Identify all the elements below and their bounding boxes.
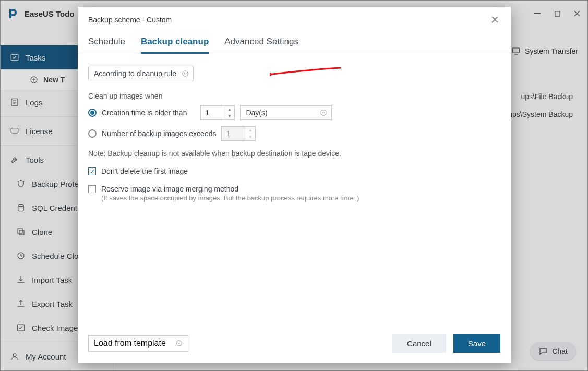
modal-close-button[interactable] — [489, 14, 500, 25]
sidebar-tool-label: Clone — [32, 228, 52, 236]
checkbox-dont-delete-first[interactable] — [88, 167, 96, 175]
svg-rect-8 — [19, 230, 24, 235]
chevron-down-icon — [182, 70, 189, 77]
svg-rect-12 — [512, 48, 520, 53]
chat-icon — [538, 346, 548, 356]
checkbox-dont-delete-first-label: Don't delete the first image — [101, 167, 188, 175]
app-logo-icon — [7, 7, 19, 20]
load-template-dropdown[interactable]: Load from template — [88, 335, 188, 352]
spinner-up[interactable]: ▲ — [224, 106, 234, 113]
number-exceeds-input — [222, 127, 245, 140]
tab-backup-cleanup[interactable]: Backup cleanup — [141, 37, 209, 54]
creation-time-input[interactable] — [201, 106, 224, 119]
sidebar-tool-label: Export Task — [32, 300, 73, 308]
annotation-arrow — [270, 66, 343, 83]
backup-path-2: ups\System Backup — [508, 110, 573, 118]
schedule-icon — [16, 251, 26, 260]
spinner-down[interactable]: ▼ — [224, 113, 234, 119]
window-minimize-button[interactable] — [533, 9, 542, 18]
transfer-icon — [511, 46, 521, 56]
cleanup-label: Clean up images when — [88, 92, 500, 100]
svg-point-15 — [176, 341, 182, 346]
radio-creation-time[interactable] — [88, 109, 97, 117]
svg-point-11 — [13, 354, 16, 357]
backup-path-1: ups\File Backup — [521, 92, 573, 101]
sidebar-tool-label: SQL Credentia — [32, 204, 83, 212]
tab-schedule[interactable]: Schedule — [88, 37, 125, 54]
cancel-button[interactable]: Cancel — [392, 334, 446, 353]
sidebar-label-license: License — [26, 127, 53, 136]
checkbox-reserve-merge-label: Reserve image via image merging method — [101, 185, 359, 193]
cleanup-note: Note: Backup cleanup is not available wh… — [88, 149, 500, 158]
tab-advanced-settings[interactable]: Advanced Settings — [224, 37, 298, 54]
sidebar-tool-label: Backup Protec — [32, 179, 83, 188]
spinner-down: ▼ — [245, 134, 255, 140]
load-template-label: Load from template — [94, 339, 166, 348]
svg-point-14 — [321, 110, 327, 116]
import-icon — [16, 275, 26, 284]
license-icon — [10, 126, 19, 136]
backup-scheme-modal: Backup scheme - Custom Schedule Backup c… — [78, 7, 511, 363]
spinner-up: ▲ — [245, 127, 255, 134]
plus-circle-icon — [30, 76, 38, 84]
cleanup-rule-value: According to cleanup rule — [94, 69, 176, 78]
save-button[interactable]: Save — [453, 334, 500, 353]
cleanup-rule-dropdown[interactable]: According to cleanup rule — [88, 66, 194, 81]
system-transfer-label: System Transfer — [525, 47, 578, 55]
time-unit-value: Day(s) — [246, 109, 267, 117]
chevron-down-icon — [320, 109, 327, 116]
tools-icon — [10, 155, 19, 164]
sidebar-label-account: My Account — [26, 352, 66, 361]
export-icon — [16, 299, 26, 308]
shield-icon — [16, 179, 26, 188]
account-icon — [10, 352, 19, 361]
number-exceeds-spinner: ▲▼ — [221, 126, 256, 141]
database-icon — [16, 203, 26, 212]
sidebar-tool-label: Import Task — [32, 276, 72, 284]
svg-rect-7 — [18, 229, 22, 233]
chat-label: Chat — [552, 347, 568, 355]
system-transfer-button[interactable]: System Transfer — [511, 46, 578, 56]
close-icon — [491, 16, 498, 23]
tasks-icon — [10, 53, 19, 62]
sidebar-label-tasks: Tasks — [26, 53, 45, 62]
creation-time-spinner[interactable]: ▲▼ — [200, 105, 235, 120]
window-maximize-button[interactable] — [553, 9, 561, 18]
radio-number-exceeds[interactable] — [88, 129, 97, 138]
time-unit-select[interactable]: Day(s) — [240, 105, 332, 120]
svg-point-6 — [18, 204, 24, 207]
sidebar-tool-label: Check Image — [32, 324, 78, 332]
checkbox-reserve-merge[interactable] — [88, 185, 96, 193]
radio-creation-label: Creation time is older than — [102, 109, 187, 117]
check-image-icon — [16, 323, 26, 332]
chevron-down-icon — [175, 340, 183, 347]
sidebar-new-task-label: New T — [43, 76, 65, 84]
modal-title: Backup scheme - Custom — [88, 16, 172, 24]
app-title: EaseUS Todo — [25, 9, 75, 18]
chat-button[interactable]: Chat — [530, 342, 576, 360]
svg-rect-0 — [534, 13, 541, 14]
svg-rect-5 — [11, 128, 18, 133]
radio-number-label: Number of backup images exceeds — [102, 129, 216, 138]
window-close-button[interactable] — [573, 9, 581, 18]
svg-point-13 — [183, 71, 188, 77]
checkbox-reserve-merge-sublabel: (It saves the space occupied by images. … — [101, 194, 359, 202]
svg-rect-1 — [555, 11, 559, 16]
logs-icon — [10, 98, 19, 107]
sidebar-label-logs: Logs — [26, 98, 43, 107]
sidebar-label-tools: Tools — [26, 155, 44, 164]
clone-icon — [16, 227, 26, 236]
